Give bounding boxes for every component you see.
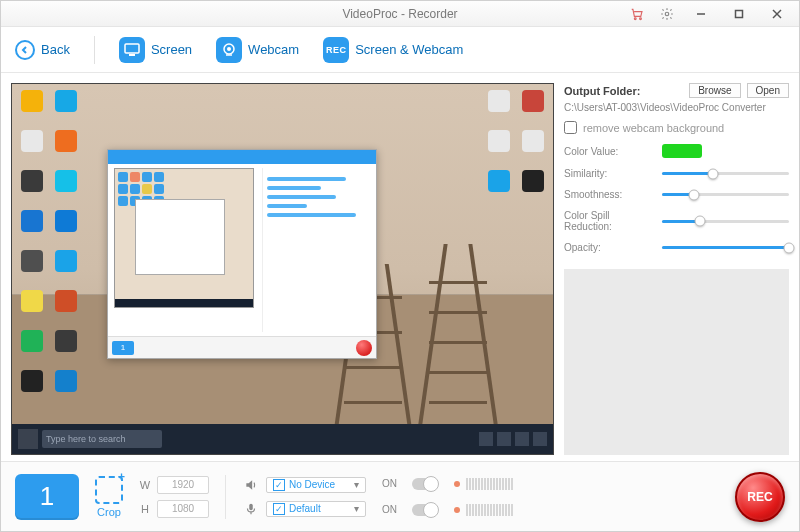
- smoothness-label: Smoothness:: [564, 189, 656, 200]
- start-icon: [18, 429, 38, 449]
- titlebar: VideoProc - Recorder: [1, 1, 799, 27]
- nested-window: 1: [107, 149, 377, 359]
- level-dot-icon: [454, 507, 460, 513]
- close-button[interactable]: [763, 4, 791, 24]
- output-folder-label: Output Folder:: [564, 85, 640, 97]
- preview-canvas[interactable]: 1 Type here to search: [11, 83, 554, 455]
- settings-empty-area: [564, 269, 789, 455]
- svg-rect-11: [249, 503, 253, 509]
- webcam-icon: [216, 37, 242, 63]
- chevron-down-icon: ▾: [354, 479, 359, 490]
- width-input[interactable]: 1920: [157, 476, 209, 494]
- svg-rect-7: [125, 44, 139, 53]
- gear-icon[interactable]: [657, 4, 677, 24]
- minimize-button[interactable]: [687, 4, 715, 24]
- speaker-icon: [242, 478, 260, 492]
- nested-rec-icon: [356, 340, 372, 356]
- check-icon: ✓: [273, 503, 285, 515]
- display-selector[interactable]: 1: [15, 474, 79, 520]
- settings-panel: Output Folder: Browse Open C:\Users\AT-0…: [564, 83, 789, 455]
- mic-device-select[interactable]: ✓ Default ▾: [266, 501, 366, 517]
- mode-screen[interactable]: Screen: [119, 37, 192, 63]
- window-title: VideoProc - Recorder: [342, 7, 457, 21]
- remove-webcam-bg-checkbox[interactable]: remove webcam background: [564, 121, 789, 134]
- mode-screen-label: Screen: [151, 42, 192, 57]
- check-icon: ✓: [273, 479, 285, 491]
- svg-point-1: [640, 17, 642, 19]
- svg-rect-8: [129, 54, 135, 56]
- back-button[interactable]: Back: [15, 40, 70, 60]
- spill-label: Color Spill Reduction:: [564, 210, 656, 232]
- dimensions: W 1920 H 1080: [139, 476, 209, 518]
- mode-screen-webcam[interactable]: REC Screen & Webcam: [323, 37, 463, 63]
- opacity-slider[interactable]: [662, 246, 789, 249]
- record-button[interactable]: REC: [735, 472, 785, 522]
- similarity-label: Similarity:: [564, 168, 656, 179]
- speaker-toggle[interactable]: [412, 478, 438, 490]
- microphone-icon: [242, 502, 260, 516]
- height-input[interactable]: 1080: [157, 500, 209, 518]
- svg-point-2: [665, 12, 669, 16]
- mode-webcam[interactable]: Webcam: [216, 37, 299, 63]
- speaker-device-select[interactable]: ✓ No Device ▾: [266, 477, 366, 493]
- main-nav: Back Screen Webcam REC Screen & Webcam: [1, 27, 799, 73]
- desktop-icons-right: [485, 90, 547, 204]
- app-window: VideoProc - Recorder Back Screen: [0, 0, 800, 532]
- opacity-label: Opacity:: [564, 242, 656, 253]
- chevron-down-icon: ▾: [354, 503, 359, 514]
- width-label: W: [139, 479, 151, 491]
- work-area: 1 Type here to search Output Folder: Bro…: [1, 73, 799, 461]
- taskbar-search: Type here to search: [42, 430, 162, 448]
- mode-webcam-label: Webcam: [248, 42, 299, 57]
- back-label: Back: [41, 42, 70, 57]
- back-arrow-icon: [15, 40, 35, 60]
- audio-levels: [454, 478, 513, 516]
- maximize-button[interactable]: [725, 4, 753, 24]
- ladder-icon: [423, 244, 493, 424]
- output-path: C:\Users\AT-003\Videos\VideoProc Convert…: [564, 102, 789, 113]
- crop-icon: [95, 476, 123, 504]
- cart-icon[interactable]: [627, 4, 647, 24]
- height-label: H: [139, 503, 151, 515]
- crop-button[interactable]: Crop: [95, 476, 123, 518]
- footer-bar: 1 Crop W 1920 H 1080 ✓ No Device: [1, 461, 799, 531]
- svg-point-10: [227, 47, 231, 51]
- mic-toggle[interactable]: [412, 504, 438, 516]
- level-dot-icon: [454, 481, 460, 487]
- open-button[interactable]: Open: [747, 83, 789, 98]
- mode-screen-webcam-label: Screen & Webcam: [355, 42, 463, 57]
- screen-webcam-icon: REC: [323, 37, 349, 63]
- audio-toggles: ON ON: [382, 478, 438, 516]
- taskbar: Type here to search: [12, 424, 553, 454]
- smoothness-slider[interactable]: [662, 193, 789, 196]
- svg-rect-4: [736, 10, 743, 17]
- spill-slider[interactable]: [662, 220, 789, 223]
- desktop-icons-left: [18, 90, 80, 404]
- audio-devices: ✓ No Device ▾ ✓ Default ▾: [242, 477, 366, 517]
- svg-point-0: [634, 17, 636, 19]
- browse-button[interactable]: Browse: [689, 83, 740, 98]
- similarity-slider[interactable]: [662, 172, 789, 175]
- screen-icon: [119, 37, 145, 63]
- color-swatch[interactable]: [662, 144, 702, 158]
- color-value-label: Color Value:: [564, 146, 656, 157]
